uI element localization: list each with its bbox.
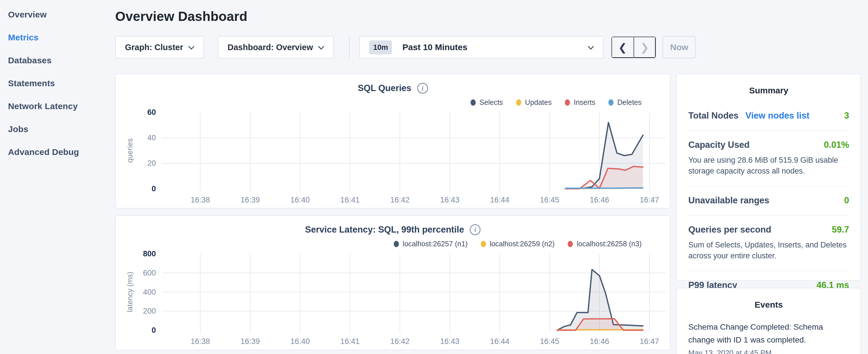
sidebar-item-statements[interactable]: Statements xyxy=(0,72,115,95)
svg-text:16:43: 16:43 xyxy=(440,196,460,204)
next-time-button[interactable]: ❯ xyxy=(633,37,656,58)
sidebar-item-metrics[interactable]: Metrics xyxy=(0,26,115,49)
svg-text:16:38: 16:38 xyxy=(191,196,210,204)
svg-text:16:47: 16:47 xyxy=(640,196,659,204)
svg-text:0: 0 xyxy=(152,326,156,334)
svg-text:16:44: 16:44 xyxy=(490,196,509,204)
sidebar-item-network-latency[interactable]: Network Latency xyxy=(0,95,115,118)
svg-text:16:43: 16:43 xyxy=(440,337,460,346)
summary-heading: Summary xyxy=(688,74,849,95)
summary-row-label: Total Nodes xyxy=(688,110,739,121)
svg-text:16:40: 16:40 xyxy=(290,196,310,204)
summary-row-value: 3 xyxy=(844,110,849,121)
events-heading: Events xyxy=(688,288,849,310)
svg-text:queries: queries xyxy=(125,138,134,163)
svg-text:16:46: 16:46 xyxy=(590,337,609,346)
sidebar-item-jobs[interactable]: Jobs xyxy=(0,118,115,141)
event-item: Schema Change Completed: Schema change w… xyxy=(688,321,849,354)
events-card: Events Schema Change Completed: Schema c… xyxy=(676,288,861,354)
svg-text:800: 800 xyxy=(143,250,156,258)
sidebar: OverviewMetricsDatabasesStatementsNetwor… xyxy=(0,0,115,354)
toolbar: Graph: Cluster Dashboard: Overview 10m P… xyxy=(115,36,696,58)
svg-text:16:41: 16:41 xyxy=(340,337,360,346)
svg-text:16:39: 16:39 xyxy=(241,196,260,204)
event-message: Schema Change Completed: Schema change w… xyxy=(688,321,849,346)
view-nodes-list-link[interactable]: View nodes list xyxy=(745,110,809,121)
summary-row: Capacity Used0.01%You are using 28.6 MiB… xyxy=(688,131,849,187)
svg-text:16:38: 16:38 xyxy=(191,337,210,346)
svg-text:60: 60 xyxy=(147,108,156,117)
summary-row-description: You are using 28.6 MiB of 515.9 GiB usab… xyxy=(688,155,849,176)
svg-text:600: 600 xyxy=(143,269,156,277)
sidebar-item-advanced-debug[interactable]: Advanced Debug xyxy=(0,141,115,164)
svg-text:16:45: 16:45 xyxy=(540,196,559,204)
sql-queries-chart: 16:3816:3916:4016:4116:4216:4316:4416:45… xyxy=(116,74,670,208)
svg-text:latency (ms): latency (ms) xyxy=(125,272,134,313)
summary-row: Unavailable ranges0 xyxy=(688,187,849,216)
svg-text:20: 20 xyxy=(147,159,156,167)
svg-text:16:47: 16:47 xyxy=(640,337,659,346)
chevron-down-icon xyxy=(318,43,324,50)
svg-text:16:46: 16:46 xyxy=(590,196,609,204)
summary-row: Queries per second59.7Sum of Selects, Up… xyxy=(688,216,849,271)
summary-card: Summary Total NodesView nodes list3Capac… xyxy=(676,74,861,281)
svg-text:16:44: 16:44 xyxy=(490,337,509,346)
summary-row-value: 0.01% xyxy=(824,140,849,150)
svg-text:16:41: 16:41 xyxy=(340,196,360,204)
event-timestamp: May 13, 2020 at 4:45 PM xyxy=(688,349,849,354)
summary-row-label: Queries per second xyxy=(688,225,771,235)
summary-row-value: 59.7 xyxy=(832,225,849,235)
svg-text:200: 200 xyxy=(143,307,156,315)
now-button[interactable]: Now xyxy=(662,36,696,58)
time-range-badge: 10m xyxy=(369,40,392,55)
sidebar-item-databases[interactable]: Databases xyxy=(0,49,115,72)
summary-row: Total NodesView nodes list3 xyxy=(688,102,849,131)
summary-row-label: Unavailable ranges xyxy=(688,195,769,206)
chevron-down-icon xyxy=(188,43,194,50)
svg-text:40: 40 xyxy=(147,133,156,142)
svg-text:400: 400 xyxy=(143,288,156,296)
sidebar-item-overview[interactable]: Overview xyxy=(0,3,115,26)
dashboard-dropdown[interactable]: Dashboard: Overview xyxy=(218,36,334,58)
svg-text:16:45: 16:45 xyxy=(540,337,559,346)
svg-text:16:39: 16:39 xyxy=(241,337,260,346)
service-latency-panel: Service Latency: SQL, 99th percentile i … xyxy=(115,215,671,350)
summary-row-label: Capacity Used xyxy=(688,140,750,150)
graph-dropdown-label: Graph: Cluster xyxy=(125,43,183,52)
graph-dropdown[interactable]: Graph: Cluster xyxy=(115,36,204,58)
summary-row-description: Sum of Selects, Updates, Inserts, and De… xyxy=(688,239,849,261)
time-range-label: Past 10 Minutes xyxy=(402,42,589,52)
svg-text:0: 0 xyxy=(152,185,156,193)
toolbar-divider xyxy=(349,36,350,58)
dashboard-dropdown-label: Dashboard: Overview xyxy=(227,43,313,52)
svg-text:16:42: 16:42 xyxy=(390,196,410,204)
page-title: Overview Dashboard xyxy=(115,9,247,24)
time-step-buttons: ❮ ❯ xyxy=(611,36,656,58)
svg-text:16:42: 16:42 xyxy=(390,337,410,346)
previous-time-button[interactable]: ❮ xyxy=(612,37,633,58)
sql-queries-panel: SQL Queries i SelectsUpdatesInsertsDelet… xyxy=(115,74,671,208)
svg-text:16:40: 16:40 xyxy=(290,337,310,346)
time-range-selector[interactable]: 10m Past 10 Minutes xyxy=(359,36,603,58)
service-latency-chart: 16:3816:3916:4016:4116:4216:4316:4416:45… xyxy=(116,216,670,350)
summary-row-value: 0 xyxy=(844,195,849,206)
